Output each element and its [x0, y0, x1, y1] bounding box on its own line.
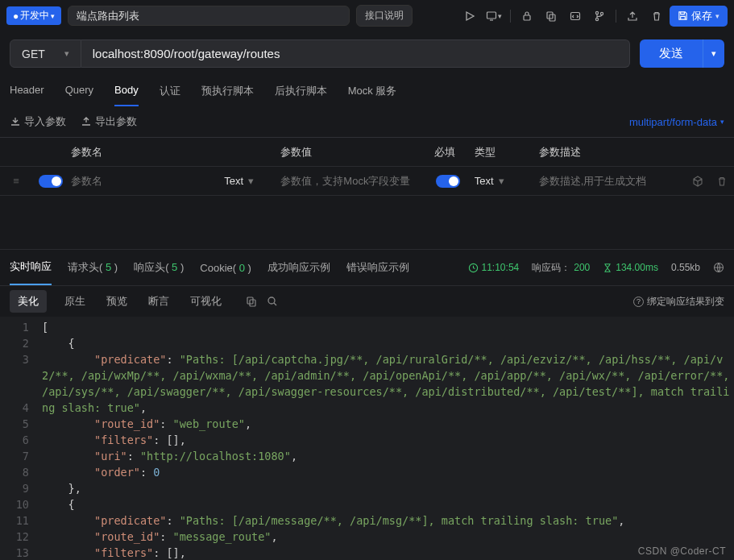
name-type-select[interactable]: Text▾	[218, 170, 274, 192]
response-tabs: 实时响应请求头( 5 )响应头( 5 )Cookie( 0 )成功响应示例错误响…	[0, 249, 734, 286]
response-tab[interactable]: 实时响应	[10, 250, 52, 285]
code-icon[interactable]	[564, 6, 587, 26]
param-desc-input[interactable]	[539, 175, 679, 187]
request-tab-后执行脚本[interactable]: 后执行脚本	[275, 76, 327, 106]
params-header-row: 参数名 参数值 必填 类型 参数描述	[0, 138, 734, 167]
request-tabs: HeaderQueryBody认证预执行脚本后执行脚本Mock 服务	[0, 76, 734, 106]
hourglass-icon	[603, 263, 612, 273]
line-gutter: 12345678910111213141516	[0, 317, 37, 560]
chevron-down-icon: ▾	[711, 48, 716, 59]
enable-toggle[interactable]	[39, 175, 63, 188]
run-icon[interactable]	[458, 6, 481, 26]
send-button[interactable]: 发送	[640, 39, 703, 68]
info-icon: ?	[633, 297, 644, 307]
svg-point-5	[595, 11, 598, 14]
chevron-down-icon: ▾	[499, 175, 504, 187]
method-label: GET	[22, 48, 45, 60]
copy-icon[interactable]	[540, 6, 562, 26]
view-tab-可视化[interactable]: 可视化	[187, 286, 225, 317]
bind-label: 绑定响应结果到变	[647, 295, 724, 309]
download-icon	[10, 116, 21, 127]
svg-point-7	[600, 12, 603, 15]
latency-meta: 134.00ms	[603, 262, 658, 273]
watermark: CSDN @Coder-CT	[638, 545, 726, 557]
required-toggle[interactable]	[436, 175, 460, 188]
bind-response-button[interactable]: ? 绑定响应结果到变	[633, 295, 724, 309]
screen-icon[interactable]: ▾	[483, 6, 505, 26]
save-button[interactable]: 保存 ▾	[670, 6, 728, 27]
chevron-down-icon: ▾	[720, 118, 724, 126]
param-row: ≡ Text▾ Text▾	[0, 167, 734, 196]
response-editor: 12345678910111213141516 [ { "predicate":…	[0, 317, 734, 560]
svg-point-12	[268, 297, 275, 304]
request-url-row: GET ▾ 发送 ▾	[0, 31, 734, 76]
lock-icon[interactable]	[516, 6, 538, 26]
response-tab[interactable]: Cookie( 0 )	[200, 252, 251, 284]
response-tab[interactable]: 成功响应示例	[267, 251, 330, 284]
view-mode-tabs: 美化原生预览断言可视化 ? 绑定响应结果到变	[0, 286, 734, 317]
request-tab-body[interactable]: Body	[114, 76, 139, 106]
col-type: 类型	[468, 140, 533, 164]
api-title-input[interactable]	[68, 6, 350, 26]
clock-icon	[468, 263, 479, 273]
globe-icon[interactable]	[713, 262, 724, 273]
request-tab-query[interactable]: Query	[65, 76, 93, 106]
col-name: 参数名	[64, 140, 218, 164]
param-value-input[interactable]	[280, 175, 421, 187]
cube-icon[interactable]	[686, 171, 710, 192]
dev-status-label: 开发中	[20, 9, 49, 23]
top-toolbar: ● 开发中 ▾ 接口说明 ▾ 保存 ▾	[0, 0, 734, 31]
param-toolbar: 导入参数 导出参数 multipart/form-data ▾	[0, 106, 734, 137]
view-tab-原生[interactable]: 原生	[61, 286, 89, 317]
col-value: 参数值	[274, 140, 427, 164]
import-label: 导入参数	[24, 114, 66, 129]
export-icon[interactable]	[621, 6, 644, 26]
http-method-select[interactable]: GET ▾	[10, 39, 81, 68]
save-disk-icon	[678, 10, 688, 21]
svg-point-6	[595, 18, 598, 20]
svg-rect-4	[571, 12, 580, 19]
delete-row-icon[interactable]	[710, 171, 734, 192]
request-tab-认证[interactable]: 认证	[160, 76, 180, 106]
chevron-down-icon: ▾	[248, 175, 254, 187]
response-time-meta: 11:10:54	[468, 262, 520, 273]
param-name-input[interactable]	[71, 175, 211, 187]
request-tab-header[interactable]: Header	[10, 76, 44, 106]
value-type-select[interactable]: Text▾	[468, 170, 533, 192]
request-tab-mock 服务[interactable]: Mock 服务	[348, 76, 397, 106]
search-response-icon[interactable]	[267, 296, 278, 307]
export-label: 导出参数	[95, 114, 137, 129]
size-meta: 0.55kb	[671, 262, 700, 273]
import-params-button[interactable]: 导入参数	[10, 114, 66, 129]
upload-icon	[81, 116, 92, 127]
dev-status-badge[interactable]: ● 开发中 ▾	[6, 6, 61, 25]
send-dropdown[interactable]: ▾	[703, 39, 724, 68]
col-required: 必填	[428, 140, 468, 164]
chevron-down-icon: ▾	[51, 12, 55, 20]
view-tab-预览[interactable]: 预览	[103, 286, 131, 317]
api-description-button[interactable]: 接口说明	[356, 5, 413, 27]
params-table: 参数名 参数值 必填 类型 参数描述 ≡ Text▾ Text▾	[0, 137, 734, 196]
svg-rect-1	[524, 15, 530, 20]
drag-handle-icon[interactable]: ≡	[0, 170, 32, 192]
dot-icon: ●	[13, 10, 19, 22]
trash-icon[interactable]	[645, 6, 668, 26]
body-type-label: multipart/form-data	[629, 116, 717, 128]
svg-rect-0	[487, 12, 496, 19]
response-body[interactable]: [ { "predicate": "Paths: [/api/captcha.j…	[37, 317, 734, 560]
view-tab-断言[interactable]: 断言	[145, 286, 172, 317]
response-tab[interactable]: 请求头( 5 )	[68, 251, 118, 284]
request-tab-预执行脚本[interactable]: 预执行脚本	[201, 76, 254, 106]
request-url-input[interactable]	[81, 39, 630, 68]
response-tab[interactable]: 错误响应示例	[346, 251, 409, 284]
status-code-meta: 响应码： 200	[532, 261, 590, 275]
chevron-down-icon: ▾	[64, 48, 69, 59]
col-desc: 参数描述	[533, 140, 686, 164]
view-tab-美化[interactable]: 美化	[10, 290, 47, 313]
copy-response-icon[interactable]	[246, 296, 257, 307]
branch-icon[interactable]	[588, 6, 611, 26]
response-tab[interactable]: 响应头( 5 )	[134, 251, 184, 284]
save-label: 保存	[691, 9, 712, 23]
body-type-select[interactable]: multipart/form-data ▾	[629, 116, 724, 128]
export-params-button[interactable]: 导出参数	[81, 114, 137, 129]
